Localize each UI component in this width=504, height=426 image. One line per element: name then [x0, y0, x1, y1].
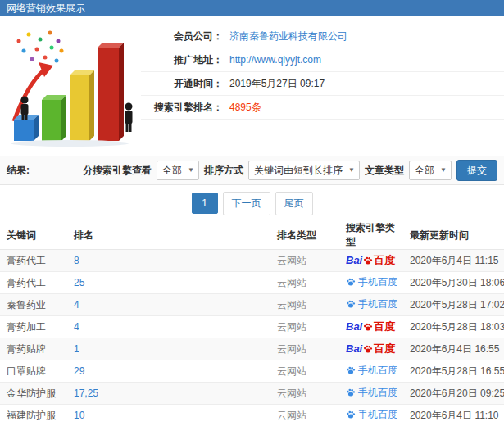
col-updated: 最新更新时间 — [403, 221, 504, 250]
engine-cell: 手机百度 — [339, 294, 403, 316]
table-row: 膏药代工 8 云网站 Bai 百度 2020年6月4日 11:15 — [0, 250, 504, 272]
mobile-baidu-badge: 手机百度 — [346, 277, 397, 287]
keyword-cell: 膏药代工 — [7, 255, 46, 266]
engine-cell: 手机百度 — [339, 383, 403, 405]
baidu-logo: Bai 百度 — [346, 343, 395, 354]
engine-cell: Bai 百度 — [339, 250, 403, 272]
summary-section: 会员公司： 济南秦鲁药业科技有限公司 推广地址： http://www.qlyy… — [0, 16, 504, 156]
article-type-label: 文章类型 — [365, 164, 404, 178]
article-type-value: 全部 — [415, 165, 434, 176]
rank-link[interactable]: 10 — [74, 410, 84, 421]
rank-type-cell: 云网站 — [277, 277, 306, 288]
updated-cell: 2020年6月20日 09:25 — [410, 387, 504, 399]
baidu-logo-cn: 百度 — [374, 321, 395, 332]
open-time-value: 2019年5月27日 09:17 — [229, 77, 325, 91]
company-label: 会员公司： — [141, 29, 223, 43]
baidu-paw-icon — [363, 322, 373, 332]
mobile-baidu-label: 手机百度 — [358, 299, 397, 309]
keyword-cell: 口罩贴牌 — [7, 365, 46, 377]
rank-link[interactable]: 8 — [74, 255, 79, 266]
rank-link[interactable]: 1 — [74, 343, 79, 355]
mobile-baidu-icon — [346, 387, 356, 397]
col-keyword: 关键词 — [0, 221, 67, 250]
open-time-label: 开通时间： — [141, 77, 223, 91]
mobile-baidu-label: 手机百度 — [358, 277, 397, 287]
baidu-logo-cn: 百度 — [374, 255, 395, 265]
rank-link[interactable]: 4 — [74, 321, 79, 333]
mobile-baidu-badge: 手机百度 — [346, 299, 397, 309]
rank-count-label: 搜索引擎排名： — [141, 101, 223, 115]
col-engine-type: 搜索引擎类型 — [339, 221, 403, 250]
rank-count-value: 4895条 — [229, 101, 261, 115]
mobile-baidu-icon — [346, 277, 356, 287]
keyword-cell: 秦鲁药业 — [7, 299, 46, 310]
rank-link[interactable]: 25 — [74, 277, 84, 288]
rank-type-cell: 云网站 — [277, 255, 306, 266]
table-row: 金华防护服 17,25 云网站 手机百度 2020年6月20日 09:25 — [0, 383, 504, 405]
filter-bar: 结果: 分搜索引擎查看 全部 ▼ 排序方式 关键词由短到长排序 ▼ 文章类型 全… — [0, 156, 504, 185]
last-page-button[interactable]: 尾页 — [275, 192, 313, 215]
rank-type-cell: 云网站 — [277, 343, 306, 355]
baidu-paw-icon — [363, 256, 373, 265]
mobile-baidu-icon — [346, 365, 356, 375]
submit-button[interactable]: 提交 — [456, 160, 497, 181]
article-type-select[interactable]: 全部 ▼ — [409, 161, 452, 180]
chart-illustration — [0, 16, 141, 156]
baidu-logo: Bai 百度 — [346, 255, 395, 265]
engine-filter-label: 分搜索引擎查看 — [83, 164, 152, 178]
engine-cell: 手机百度 — [339, 405, 403, 426]
updated-cell: 2020年5月28日 17:02 — [410, 299, 504, 310]
engine-cell: Bai 百度 — [339, 338, 403, 360]
mobile-baidu-label: 手机百度 — [358, 365, 397, 375]
company-info-panel: 会员公司： 济南秦鲁药业科技有限公司 推广地址： http://www.qlyy… — [141, 16, 504, 156]
pagination: 1 下一页 尾页 — [0, 185, 504, 221]
rank-type-cell: 云网站 — [277, 410, 306, 421]
promo-url-label: 推广地址： — [141, 53, 223, 67]
next-page-button[interactable]: 下一页 — [223, 192, 270, 215]
rank-type-cell: 云网站 — [277, 321, 306, 333]
rank-link[interactable]: 29 — [74, 365, 84, 377]
baidu-logo-latin: Bai — [346, 255, 362, 265]
mobile-baidu-label: 手机百度 — [358, 410, 397, 419]
col-rank: 排名 — [67, 221, 270, 250]
promo-url-link[interactable]: http://www.qlyyjt.com — [229, 54, 321, 66]
mobile-baidu-icon — [346, 410, 356, 419]
company-name-link[interactable]: 济南秦鲁药业科技有限公司 — [229, 29, 347, 43]
updated-cell: 2020年6月4日 11:10 — [410, 410, 499, 421]
updated-cell: 2020年5月30日 18:06 — [410, 277, 504, 288]
table-header-row: 关键词 排名 排名类型 搜索引擎类型 最新更新时间 — [0, 221, 504, 250]
table-row: 福建防护服 10 云网站 手机百度 2020年6月4日 11:10 — [0, 405, 504, 426]
rank-type-cell: 云网站 — [277, 387, 306, 399]
updated-cell: 2020年5月28日 18:03 — [410, 321, 504, 333]
updated-cell: 2020年6月4日 16:55 — [410, 343, 499, 355]
rank-link[interactable]: 4 — [74, 299, 79, 310]
keyword-cell: 福建防护服 — [7, 410, 56, 421]
sort-filter-value: 关键词由短到长排序 — [254, 165, 343, 176]
sort-filter-label: 排序方式 — [204, 164, 243, 178]
engine-cell: 手机百度 — [339, 360, 403, 383]
mobile-baidu-badge: 手机百度 — [346, 410, 397, 419]
rank-link[interactable]: 17,25 — [74, 387, 98, 399]
rank-type-cell: 云网站 — [277, 365, 306, 377]
keyword-rank-table: 关键词 排名 排名类型 搜索引擎类型 最新更新时间 膏药代工 8 云网站 Bai… — [0, 221, 504, 426]
marketing-report-page: 网络营销效果展示 — [0, 0, 504, 426]
chevron-down-icon: ▼ — [348, 161, 355, 179]
mobile-baidu-badge: 手机百度 — [346, 387, 397, 397]
filter-controls: 分搜索引擎查看 全部 ▼ 排序方式 关键词由短到长排序 ▼ 文章类型 全部 ▼ … — [83, 160, 497, 181]
sort-filter-select[interactable]: 关键词由短到长排序 ▼ — [248, 161, 360, 180]
info-row-rank-count: 搜索引擎排名： 4895条 — [141, 96, 504, 120]
engine-cell: Bai 百度 — [339, 316, 403, 338]
baidu-logo-cn: 百度 — [374, 343, 395, 354]
page-title: 网络营销效果展示 — [7, 2, 85, 16]
baidu-paw-icon — [363, 344, 373, 354]
mobile-baidu-icon — [346, 299, 356, 309]
table-row: 膏药加工 4 云网站 Bai 百度 2020年5月28日 18:03 — [0, 316, 504, 338]
result-section-label: 结果: — [7, 164, 30, 178]
engine-filter-select[interactable]: 全部 ▼ — [157, 161, 199, 180]
keyword-cell: 膏药加工 — [7, 321, 46, 333]
page-number-current[interactable]: 1 — [192, 193, 218, 214]
engine-filter-value: 全部 — [162, 165, 182, 176]
bar-chart-graphic — [4, 25, 137, 149]
info-row-company: 会员公司： 济南秦鲁药业科技有限公司 — [141, 25, 504, 48]
baidu-logo: Bai 百度 — [346, 321, 395, 332]
